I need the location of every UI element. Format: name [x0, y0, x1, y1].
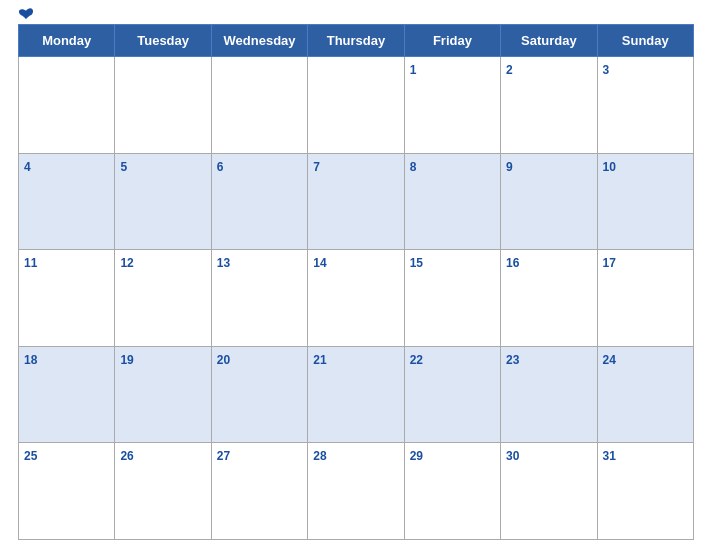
day-number: 25	[24, 449, 37, 463]
calendar-day-cell: 31	[597, 443, 693, 540]
calendar-week-row: 123	[19, 57, 694, 154]
day-number: 1	[410, 63, 417, 77]
day-number: 24	[603, 353, 616, 367]
day-number: 20	[217, 353, 230, 367]
calendar-day-cell: 6	[211, 153, 307, 250]
calendar-day-cell	[211, 57, 307, 154]
day-number: 22	[410, 353, 423, 367]
calendar-day-cell: 15	[404, 250, 500, 347]
day-number: 9	[506, 160, 513, 174]
day-number: 7	[313, 160, 320, 174]
day-number: 14	[313, 256, 326, 270]
calendar-day-cell	[19, 57, 115, 154]
calendar-day-cell: 10	[597, 153, 693, 250]
weekday-header-tuesday: Tuesday	[115, 25, 211, 57]
day-number: 2	[506, 63, 513, 77]
calendar-day-cell: 25	[19, 443, 115, 540]
calendar-day-cell: 21	[308, 346, 404, 443]
calendar-day-cell: 22	[404, 346, 500, 443]
day-number: 3	[603, 63, 610, 77]
calendar-week-row: 11121314151617	[19, 250, 694, 347]
calendar-day-cell: 11	[19, 250, 115, 347]
logo-blue-text	[18, 7, 36, 21]
day-number: 31	[603, 449, 616, 463]
calendar-day-cell: 1	[404, 57, 500, 154]
calendar-day-cell	[308, 57, 404, 154]
calendar-week-row: 45678910	[19, 153, 694, 250]
day-number: 21	[313, 353, 326, 367]
calendar-day-cell	[115, 57, 211, 154]
day-number: 10	[603, 160, 616, 174]
calendar-day-cell: 20	[211, 346, 307, 443]
day-number: 27	[217, 449, 230, 463]
weekday-header-thursday: Thursday	[308, 25, 404, 57]
day-number: 13	[217, 256, 230, 270]
weekday-header-sunday: Sunday	[597, 25, 693, 57]
calendar-header-row: MondayTuesdayWednesdayThursdayFridaySatu…	[19, 25, 694, 57]
logo-bird-icon	[18, 7, 34, 21]
calendar-day-cell: 29	[404, 443, 500, 540]
calendar-day-cell: 28	[308, 443, 404, 540]
calendar-day-cell: 9	[501, 153, 597, 250]
day-number: 15	[410, 256, 423, 270]
generalblue-logo	[18, 7, 36, 21]
day-number: 8	[410, 160, 417, 174]
day-number: 17	[603, 256, 616, 270]
calendar-week-row: 25262728293031	[19, 443, 694, 540]
day-number: 23	[506, 353, 519, 367]
calendar-day-cell: 7	[308, 153, 404, 250]
day-number: 28	[313, 449, 326, 463]
calendar-day-cell: 2	[501, 57, 597, 154]
day-number: 5	[120, 160, 127, 174]
weekday-header-saturday: Saturday	[501, 25, 597, 57]
day-number: 6	[217, 160, 224, 174]
calendar-header	[18, 10, 694, 18]
weekday-header-wednesday: Wednesday	[211, 25, 307, 57]
day-number: 11	[24, 256, 37, 270]
day-number: 12	[120, 256, 133, 270]
calendar-day-cell: 16	[501, 250, 597, 347]
calendar-day-cell: 27	[211, 443, 307, 540]
calendar-day-cell: 3	[597, 57, 693, 154]
calendar-day-cell: 4	[19, 153, 115, 250]
day-number: 30	[506, 449, 519, 463]
calendar-day-cell: 12	[115, 250, 211, 347]
day-number: 4	[24, 160, 31, 174]
calendar-day-cell: 23	[501, 346, 597, 443]
calendar-day-cell: 24	[597, 346, 693, 443]
day-number: 26	[120, 449, 133, 463]
calendar-day-cell: 5	[115, 153, 211, 250]
calendar-day-cell: 30	[501, 443, 597, 540]
day-number: 19	[120, 353, 133, 367]
calendar-day-cell: 13	[211, 250, 307, 347]
calendar-day-cell: 19	[115, 346, 211, 443]
calendar-table: MondayTuesdayWednesdayThursdayFridaySatu…	[18, 24, 694, 540]
weekday-header-friday: Friday	[404, 25, 500, 57]
weekday-header-monday: Monday	[19, 25, 115, 57]
calendar-day-cell: 8	[404, 153, 500, 250]
calendar-day-cell: 18	[19, 346, 115, 443]
day-number: 29	[410, 449, 423, 463]
day-number: 18	[24, 353, 37, 367]
calendar-day-cell: 17	[597, 250, 693, 347]
calendar-week-row: 18192021222324	[19, 346, 694, 443]
day-number: 16	[506, 256, 519, 270]
calendar-day-cell: 26	[115, 443, 211, 540]
calendar-day-cell: 14	[308, 250, 404, 347]
